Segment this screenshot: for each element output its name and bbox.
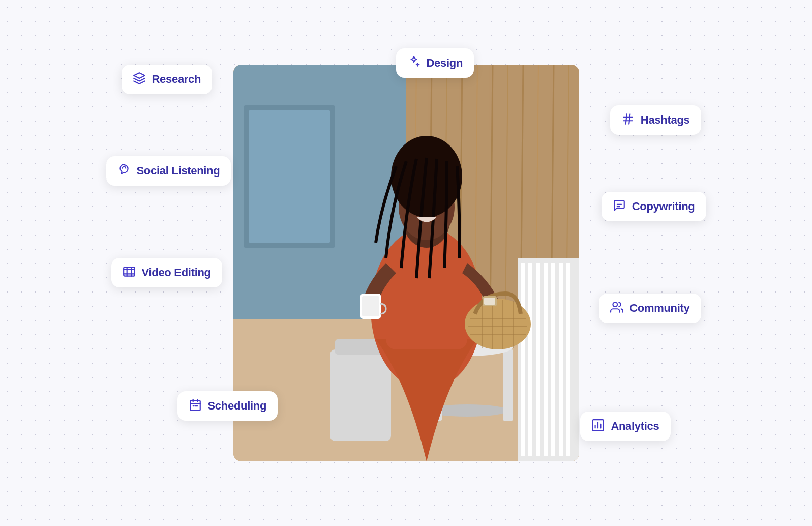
- chip-research: Research: [122, 65, 213, 94]
- scheduling-icon: [189, 398, 202, 414]
- svg-rect-17: [249, 110, 330, 243]
- svg-rect-25: [559, 263, 563, 456]
- svg-rect-21: [528, 263, 532, 456]
- hero-photo: [233, 65, 579, 461]
- copywriting-icon: [613, 199, 626, 214]
- social-listening-icon: [117, 163, 131, 179]
- svg-rect-23: [544, 263, 548, 456]
- design-icon: [407, 55, 420, 71]
- chip-analytics-label: Analytics: [611, 420, 659, 433]
- svg-rect-29: [503, 349, 513, 421]
- svg-line-53: [629, 114, 630, 124]
- svg-rect-47: [362, 296, 379, 316]
- chip-hashtags-label: Hashtags: [641, 113, 690, 127]
- chip-design-label: Design: [427, 56, 463, 70]
- chip-scheduling: Scheduling: [177, 391, 278, 421]
- svg-rect-24: [551, 263, 555, 456]
- chip-community: Community: [599, 294, 701, 323]
- svg-rect-34: [386, 248, 467, 349]
- video-editing-icon: [123, 265, 136, 280]
- svg-rect-56: [124, 267, 135, 276]
- svg-line-52: [626, 114, 627, 124]
- chip-research-label: Research: [152, 73, 201, 86]
- research-icon: [133, 72, 146, 87]
- svg-rect-22: [536, 263, 540, 456]
- chip-copywriting-label: Copywriting: [632, 200, 695, 213]
- chip-hashtags: Hashtags: [610, 105, 701, 135]
- svg-rect-26: [566, 263, 570, 456]
- chip-design: Design: [396, 48, 474, 78]
- chip-copywriting: Copywriting: [602, 192, 706, 221]
- svg-point-61: [613, 302, 618, 307]
- hashtags-icon: [621, 112, 635, 128]
- main-scene: Research Design Hashtags: [101, 34, 711, 492]
- chip-video-editing-label: Video Editing: [142, 266, 211, 279]
- chip-social-listening: Social Listening: [106, 156, 231, 186]
- chip-video-editing: Video Editing: [111, 258, 222, 287]
- community-icon: [610, 301, 623, 316]
- svg-rect-62: [190, 400, 200, 411]
- chip-analytics: Analytics: [580, 412, 670, 441]
- svg-rect-49: [484, 298, 495, 305]
- analytics-icon: [591, 419, 605, 434]
- svg-rect-31: [330, 349, 391, 441]
- chip-community-label: Community: [629, 302, 689, 315]
- chip-social-listening-label: Social Listening: [137, 164, 220, 178]
- svg-rect-20: [521, 263, 525, 456]
- chip-scheduling-label: Scheduling: [208, 399, 267, 413]
